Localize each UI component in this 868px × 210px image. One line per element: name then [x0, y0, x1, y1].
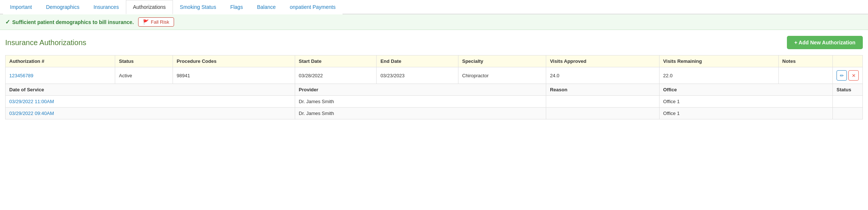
delete-auth-button[interactable]: ✕: [848, 70, 859, 81]
success-text: Sufficient patient demographics to bill …: [12, 19, 134, 25]
auth-number-cell: 123456789: [6, 67, 115, 84]
auth-table-header-row: Authorization # Status Procedure Codes S…: [6, 55, 863, 67]
service-date-1: 03/29/2022 11:00AM: [6, 96, 295, 108]
edit-auth-button[interactable]: ✏: [837, 70, 847, 81]
col-auth-number: Authorization #: [6, 55, 115, 67]
col-procedure-codes: Procedure Codes: [173, 55, 295, 67]
auth-specialty-cell: Chiropractor: [458, 67, 546, 84]
auth-actions-cell: ✏ ✕: [833, 67, 863, 84]
section-title: Insurance Authorizations: [5, 38, 86, 47]
col-visits-approved: Visits Approved: [546, 55, 660, 67]
auth-visits-remaining-cell: 22.0: [659, 67, 778, 84]
col-start-date: Start Date: [295, 55, 377, 67]
fall-risk-button[interactable]: 🚩 Fall Risk: [138, 17, 174, 27]
col-status: Status: [115, 55, 173, 67]
section-header: Insurance Authorizations + Add New Autho…: [5, 36, 863, 49]
service-status-2: [833, 108, 863, 119]
auth-visits-approved-cell: 24.0: [546, 67, 660, 84]
tab-authorizations[interactable]: Authorizations: [126, 0, 173, 14]
service-col-reason: Reason: [546, 84, 660, 96]
service-header-row: Date of Service Provider Reason Office S…: [6, 84, 863, 96]
col-actions: [833, 55, 863, 67]
service-date-link-1[interactable]: 03/29/2022 11:00AM: [9, 99, 54, 104]
service-provider-1: Dr. James Smith: [295, 96, 546, 108]
col-notes: Notes: [778, 55, 832, 67]
service-col-provider: Provider: [295, 84, 546, 96]
auth-start-date-cell: 03/28/2022: [295, 67, 377, 84]
alert-bar: ✓ Sufficient patient demographics to bil…: [0, 14, 868, 30]
auth-number-link[interactable]: 123456789: [9, 73, 33, 78]
service-row-1: 03/29/2022 11:00AM Dr. James Smith Offic…: [6, 96, 863, 108]
service-reason-1: [546, 96, 660, 108]
auth-end-date-cell: 03/23/2023: [377, 67, 458, 84]
tab-flags[interactable]: Flags: [223, 0, 250, 14]
auth-procedure-codes-cell: 98941: [173, 67, 295, 84]
auth-status-cell: Active: [115, 67, 173, 84]
service-col-office: Office: [659, 84, 832, 96]
auth-notes-cell: [778, 67, 832, 84]
tab-smoking-status[interactable]: Smoking Status: [173, 0, 223, 14]
service-office-1: Office 1: [659, 96, 832, 108]
pencil-icon: ✏: [840, 73, 844, 78]
fall-risk-label: Fall Risk: [151, 19, 169, 25]
service-date-2: 03/29/2022 09:40AM: [6, 108, 295, 119]
auth-table: Authorization # Status Procedure Codes S…: [5, 55, 863, 119]
check-icon: ✓: [5, 18, 10, 26]
tab-insurances[interactable]: Insurances: [86, 0, 126, 14]
service-reason-2: [546, 108, 660, 119]
tab-onpatient-payments[interactable]: onpatient Payments: [283, 0, 343, 14]
service-row-2: 03/29/2022 09:40AM Dr. James Smith Offic…: [6, 108, 863, 119]
service-col-status: Status: [833, 84, 863, 96]
tab-demographics[interactable]: Demographics: [39, 0, 86, 14]
action-buttons: ✏ ✕: [837, 70, 859, 81]
add-authorization-button[interactable]: + Add New Authorization: [787, 36, 863, 49]
service-status-1: [833, 96, 863, 108]
tab-balance[interactable]: Balance: [250, 0, 283, 14]
tabs-bar: Important Demographics Insurances Author…: [0, 0, 868, 14]
service-provider-2: Dr. James Smith: [295, 108, 546, 119]
success-message: ✓ Sufficient patient demographics to bil…: [5, 18, 134, 26]
service-date-link-2[interactable]: 03/29/2022 09:40AM: [9, 111, 54, 116]
col-visits-remaining: Visits Remaining: [659, 55, 778, 67]
col-specialty: Specialty: [458, 55, 546, 67]
main-content: Insurance Authorizations + Add New Autho…: [0, 30, 868, 125]
service-col-date: Date of Service: [6, 84, 295, 96]
service-office-2: Office 1: [659, 108, 832, 119]
col-end-date: End Date: [377, 55, 458, 67]
times-icon: ✕: [852, 73, 856, 78]
flag-icon: 🚩: [143, 19, 149, 25]
auth-row: 123456789 Active 98941 03/28/2022 03/23/…: [6, 67, 863, 84]
tab-important[interactable]: Important: [3, 0, 39, 14]
